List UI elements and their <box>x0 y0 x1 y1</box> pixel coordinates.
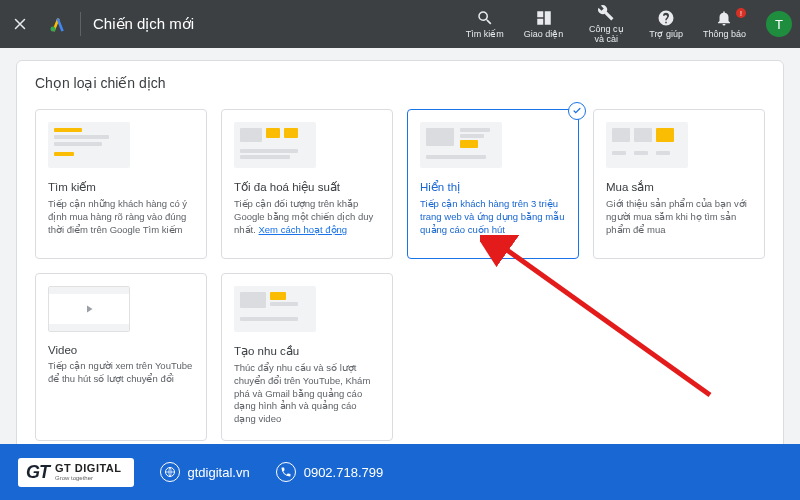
card-search-desc: Tiếp cận những khách hàng có ý định mua … <box>48 198 194 236</box>
phone-icon <box>276 462 296 482</box>
brand-tagline: Grow together <box>55 475 122 481</box>
selected-check-icon <box>568 102 586 120</box>
avatar[interactable]: T <box>766 11 792 37</box>
page-title: Chiến dịch mới <box>93 15 194 33</box>
header-divider <box>80 12 81 36</box>
nav-appearance[interactable]: Giao diện <box>514 4 574 44</box>
card-display-desc: Tiếp cận khách hàng trên 3 triệu trang w… <box>420 198 566 236</box>
nav-notifications[interactable]: ! Thông báo <box>693 4 756 44</box>
brand-name: GT DIGITAL <box>55 463 122 474</box>
header-nav: Tìm kiếm Giao diện Công cụ và cài Trợ gi… <box>456 4 756 44</box>
thumb-demand-icon <box>234 286 316 332</box>
card-shopping[interactable]: Mua sắm Giới thiệu sản phẩm của bạn với … <box>593 109 765 259</box>
help-icon <box>657 9 675 27</box>
card-demand-desc: Thúc đẩy nhu cầu và số lượt chuyển đổi t… <box>234 362 380 426</box>
card-search-title: Tìm kiếm <box>48 180 194 194</box>
globe-icon <box>160 462 180 482</box>
card-display-title: Hiển thị <box>420 180 566 194</box>
wrench-icon <box>597 4 615 22</box>
card-video-title: Video <box>48 344 194 356</box>
pmax-learn-more-link[interactable]: Xem cách hoạt động <box>259 224 348 235</box>
nav-search-label: Tìm kiếm <box>466 29 504 39</box>
google-ads-logo-icon <box>48 14 68 34</box>
card-video[interactable]: Video Tiếp cận người xem trên YouTube để… <box>35 273 207 441</box>
nav-help-label: Trợ giúp <box>649 29 683 39</box>
app-header: Chiến dịch mới Tìm kiếm Giao diện Công c… <box>0 0 800 48</box>
nav-search[interactable]: Tìm kiếm <box>456 4 514 44</box>
footer-website: gtdigital.vn <box>160 462 250 482</box>
svg-point-0 <box>51 27 56 32</box>
card-demand[interactable]: Tạo nhu cầu Thúc đẩy nhu cầu và số lượt … <box>221 273 393 441</box>
card-demand-title: Tạo nhu cầu <box>234 344 380 358</box>
nav-tools-label: Công cụ và cài <box>583 24 629 44</box>
nav-notifications-label: Thông báo <box>703 29 746 39</box>
close-button[interactable] <box>8 12 32 36</box>
brand-logo-icon: GT <box>26 462 49 483</box>
card-pmax[interactable]: Tối đa hoá hiệu suất Tiếp cận đối tượng … <box>221 109 393 259</box>
thumb-pmax-icon <box>234 122 316 168</box>
card-display[interactable]: Hiển thị Tiếp cận khách hàng trên 3 triệ… <box>407 109 579 259</box>
card-pmax-desc: Tiếp cận đối tượng trên khắp Google bằng… <box>234 198 380 236</box>
card-pmax-title: Tối đa hoá hiệu suất <box>234 180 380 194</box>
nav-help[interactable]: Trợ giúp <box>639 4 693 44</box>
thumb-video-icon <box>48 286 130 332</box>
nav-tools[interactable]: Công cụ và cài <box>573 4 639 44</box>
footer-phone: 0902.718.799 <box>276 462 384 482</box>
campaign-type-panel: Chọn loại chiến dịch Tìm kiếm Tiếp cận n… <box>16 60 784 470</box>
brand-logo-box: GT GT DIGITAL Grow together <box>18 458 134 487</box>
footer-website-text: gtdigital.vn <box>188 465 250 480</box>
search-icon <box>476 9 494 27</box>
card-video-desc: Tiếp cận người xem trên YouTube để thu h… <box>48 360 194 386</box>
nav-appearance-label: Giao diện <box>524 29 564 39</box>
card-shopping-desc: Giới thiệu sản phẩm của bạn với người mu… <box>606 198 752 236</box>
panel-title: Chọn loại chiến dịch <box>35 75 765 91</box>
card-shopping-title: Mua sắm <box>606 180 752 194</box>
notification-badge: ! <box>736 8 746 18</box>
page-body: Chọn loại chiến dịch Tìm kiếm Tiếp cận n… <box>0 48 800 470</box>
card-search[interactable]: Tìm kiếm Tiếp cận những khách hàng có ý … <box>35 109 207 259</box>
thumb-shopping-icon <box>606 122 688 168</box>
footer-phone-text: 0902.718.799 <box>304 465 384 480</box>
bell-icon <box>715 9 733 27</box>
thumb-search-icon <box>48 122 130 168</box>
campaign-type-cards: Tìm kiếm Tiếp cận những khách hàng có ý … <box>35 109 765 441</box>
layout-icon <box>535 9 553 27</box>
close-icon <box>11 15 29 33</box>
thumb-display-icon <box>420 122 502 168</box>
branding-footer: GT GT DIGITAL Grow together gtdigital.vn… <box>0 444 800 500</box>
